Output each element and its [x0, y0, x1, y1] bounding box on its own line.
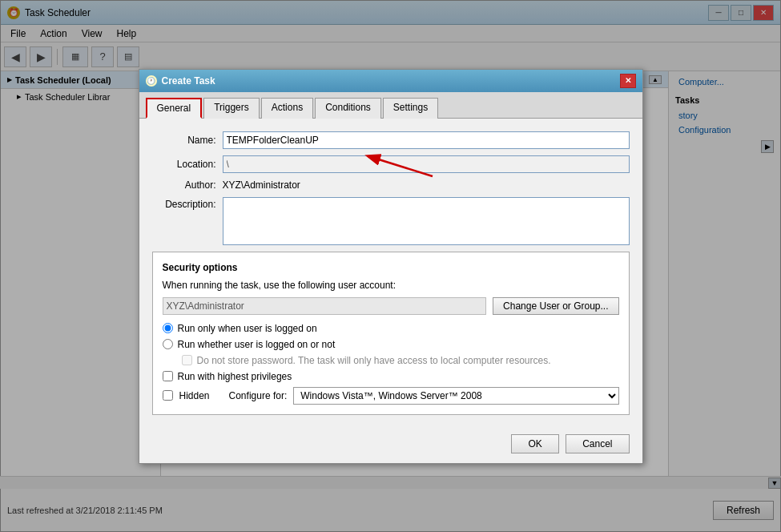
radio-not-logged-on-row: Run whether user is logged on or not — [163, 339, 619, 350]
security-subtitle: When running the task, use the following… — [163, 280, 619, 291]
highest-privileges-row: Run with highest privileges — [163, 371, 619, 382]
dialog-footer: OK Cancel — [139, 428, 642, 463]
highest-privileges-label: Run with highest privileges — [178, 371, 292, 382]
create-task-dialog: 🕐 Create Task ✕ General Triggers Actions… — [139, 69, 643, 464]
tab-conditions[interactable]: Conditions — [315, 98, 381, 119]
description-input[interactable] — [223, 197, 630, 245]
tab-bar: General Triggers Actions Conditions Sett… — [139, 92, 642, 119]
cancel-button[interactable]: Cancel — [566, 434, 629, 453]
security-section: Security options When running the task, … — [152, 252, 630, 415]
radio-logged-on-row: Run only when user is logged on — [163, 323, 619, 334]
ok-button[interactable]: OK — [511, 434, 559, 453]
author-label: Author: — [152, 179, 216, 191]
radio-logged-on-label: Run only when user is logged on — [178, 323, 317, 334]
description-label: Description: — [152, 199, 216, 210]
user-account-row: Change User or Group... — [163, 297, 619, 315]
user-account-input[interactable] — [163, 297, 487, 315]
no-store-password-row: Do not store password. The task will onl… — [163, 355, 619, 366]
radio-logged-on[interactable] — [163, 323, 173, 333]
hidden-checkbox[interactable] — [163, 390, 173, 401]
dialog-title-bar: 🕐 Create Task ✕ — [139, 70, 642, 92]
configure-label: Configure for: — [229, 390, 288, 401]
name-input[interactable] — [223, 131, 630, 149]
no-store-password-checkbox — [182, 355, 192, 365]
name-row: Name: — [152, 131, 630, 149]
security-title: Security options — [163, 262, 619, 273]
tab-actions[interactable]: Actions — [261, 98, 313, 119]
name-label: Name: — [152, 135, 216, 146]
tab-triggers[interactable]: Triggers — [203, 98, 260, 119]
dialog-overlay: 🕐 Create Task ✕ General Triggers Actions… — [0, 0, 781, 532]
dialog-title-text: Create Task — [162, 75, 215, 87]
configure-row: Hidden Configure for: Windows Vista™, Wi… — [163, 387, 619, 405]
author-row: Author: XYZ\Administrator — [152, 179, 630, 191]
description-row: Description: — [152, 197, 630, 245]
author-value: XYZ\Administrator — [223, 179, 630, 191]
dialog-body: Name: Location: Author: XYZ\Administrato… — [139, 119, 642, 428]
hidden-label: Hidden — [179, 390, 210, 401]
radio-not-logged-on-label: Run whether user is logged on or not — [178, 339, 336, 350]
dialog-close-button[interactable]: ✕ — [620, 74, 636, 88]
highest-privileges-checkbox[interactable] — [163, 371, 173, 381]
location-input[interactable] — [223, 155, 630, 173]
radio-not-logged-on[interactable] — [163, 339, 173, 349]
tab-settings[interactable]: Settings — [383, 98, 438, 119]
location-row: Location: — [152, 155, 630, 173]
location-label: Location: — [152, 159, 216, 170]
dialog-icon: 🕐 — [146, 75, 157, 87]
tab-general[interactable]: General — [146, 98, 203, 119]
configure-select[interactable]: Windows Vista™, Windows Server™ 2008 — [293, 387, 618, 405]
no-store-password-label: Do not store password. The task will onl… — [197, 355, 551, 366]
change-user-button[interactable]: Change User or Group... — [493, 297, 618, 315]
dialog-title-left: 🕐 Create Task — [146, 75, 215, 87]
